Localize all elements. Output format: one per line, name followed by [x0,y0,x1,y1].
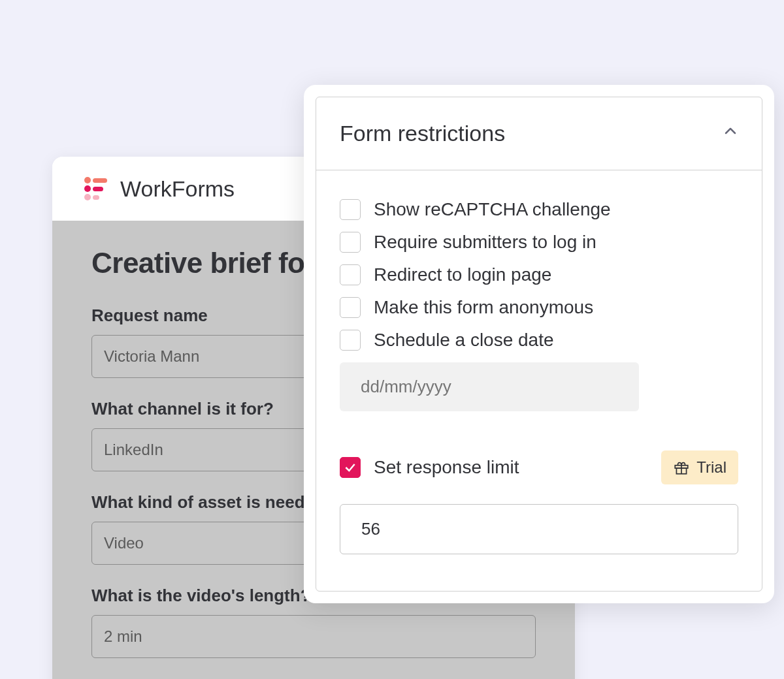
svg-rect-3 [93,187,103,191]
chevron-up-icon [723,123,738,144]
brand-name: WorkForms [120,176,235,202]
option-label: Require submitters to log in [374,232,596,253]
gift-icon [673,459,690,476]
video-length-input[interactable] [91,615,536,658]
trial-badge[interactable]: Trial [661,450,738,484]
option-require-login[interactable]: Require submitters to log in [340,232,738,253]
close-date-input-wrap [340,362,738,411]
option-response-limit[interactable]: Set response limit [340,457,519,478]
option-label: Redirect to login page [374,264,551,285]
section-header[interactable]: Form restrictions [316,97,762,170]
option-close-date[interactable]: Schedule a close date [340,330,738,351]
svg-rect-1 [93,178,107,183]
settings-panel: Form restrictions Show reCAPTCHA challen… [304,85,774,603]
checkbox[interactable] [340,330,361,351]
limit-header: Set response limit Trial [340,450,738,484]
option-redirect-login[interactable]: Redirect to login page [340,264,738,285]
settings-inner: Form restrictions Show reCAPTCHA challen… [316,97,762,592]
option-anonymous[interactable]: Make this form anonymous [340,297,738,318]
close-date-input[interactable] [340,362,639,411]
checkbox[interactable] [340,264,361,285]
checkbox[interactable] [340,199,361,220]
response-limit-input[interactable] [340,504,738,554]
workforms-logo-icon [78,174,108,204]
response-limit-section: Set response limit Trial [340,450,738,554]
svg-point-0 [84,177,91,183]
trial-label: Trial [696,458,727,477]
checkbox[interactable] [340,232,361,253]
svg-rect-5 [93,195,99,200]
check-icon [344,461,357,474]
option-label: Make this form anonymous [374,297,593,318]
section-title: Form restrictions [340,121,505,146]
svg-point-4 [84,194,91,200]
option-recaptcha[interactable]: Show reCAPTCHA challenge [340,199,738,220]
option-label: Set response limit [374,457,519,478]
checkbox-checked[interactable] [340,457,361,478]
checkbox[interactable] [340,297,361,318]
svg-point-2 [84,185,91,192]
option-label: Show reCAPTCHA challenge [374,199,611,220]
options-list: Show reCAPTCHA challenge Require submitt… [316,170,762,591]
option-label: Schedule a close date [374,330,554,351]
